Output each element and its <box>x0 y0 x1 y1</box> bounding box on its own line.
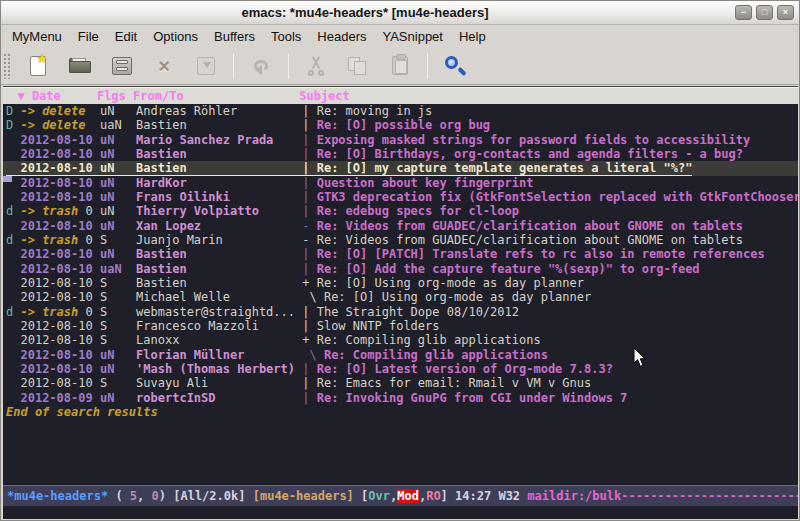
modeline-dir: maildir:/bulk <box>527 489 621 503</box>
modeline-buf: *mu4e-headers* <box>7 489 108 503</box>
undo-button <box>244 51 278 81</box>
message-row[interactable]: d -> trash 0 uN Thierry Volpiatto | Re: … <box>3 204 798 218</box>
message-row[interactable]: 2012-08-10 S Michael Welle \ Re: [O] Usi… <box>3 290 798 304</box>
emacs-window: emacs: *mu4e-headers* [mu4e-headers] −□×… <box>0 0 800 521</box>
from-field: Bastien <box>136 276 302 290</box>
message-row[interactable]: 2012-08-10 uN Xan Lopez - Re: Videos fro… <box>3 219 798 233</box>
menu-headers[interactable]: Headers <box>309 26 374 47</box>
menu-tools[interactable]: Tools <box>263 26 309 47</box>
flags-field: S <box>100 276 136 290</box>
message-row[interactable]: 2012-08-10 uN Mario Sanchez Prada | Expo… <box>3 133 798 147</box>
message-row[interactable]: 2012-08-10 uN Frans Oilinki | GTK3 depre… <box>3 190 798 204</box>
message-row[interactable]: 2012-08-10 S Suvayu Ali | Re: Emacs for … <box>3 376 798 390</box>
gap <box>93 276 100 290</box>
modeline-ovr: Ovr <box>368 489 390 503</box>
modeline-ro: RO <box>426 489 440 503</box>
message-row[interactable]: D -> delete uaN Bastien | Re: [O] possib… <box>3 118 798 132</box>
date-field: 2012-08-10 <box>20 290 92 304</box>
thread-separator: | <box>302 176 316 190</box>
menu-help[interactable]: Help <box>451 26 494 47</box>
from-field: robertcInSD <box>136 391 302 405</box>
message-row[interactable]: 2012-08-10 S Bastien + Re: [O] Using org… <box>3 276 798 290</box>
message-row[interactable]: 2012-08-10 uN Bastien | Re: [O] [PATCH] … <box>3 247 798 261</box>
date-field: 2012-08-10 <box>20 333 92 347</box>
search-button[interactable] <box>438 51 472 81</box>
from-field: Michael Welle <box>136 290 302 304</box>
subject-field: Re: [O] Add the capture feature "%(sexp)… <box>317 262 700 276</box>
date-field: 2012-08-10 <box>20 247 92 261</box>
menu-file[interactable]: File <box>70 26 107 47</box>
menu-mymenu[interactable]: MyMenu <box>4 26 70 47</box>
menu-yasnippet[interactable]: YASnippet <box>374 26 450 47</box>
minimize-button[interactable]: − <box>735 5 752 20</box>
gap <box>93 376 100 390</box>
search-icon <box>444 55 466 77</box>
thread-separator: | <box>302 376 316 390</box>
date-field: 2012-08-10 <box>20 376 92 390</box>
thread-separator: \ <box>302 290 324 304</box>
window-title: emacs: *mu4e-headers* [mu4e-headers] <box>1 1 729 25</box>
echo-area <box>3 506 798 519</box>
thread-separator: | <box>302 161 316 175</box>
thread-separator: | <box>302 391 316 405</box>
date-field: 2012-08-10 <box>20 190 92 204</box>
gap <box>93 133 100 147</box>
gap <box>93 319 100 333</box>
save-button[interactable] <box>105 51 139 81</box>
message-row[interactable]: 2012-08-10 S Francesco Mazzoli | Slow NN… <box>3 319 798 333</box>
subject-field: Re: Emacs for email: Rmail v VM v Gnus <box>317 376 592 390</box>
message-row[interactable]: d -> trash 0 S webmaster@straightd... | … <box>3 305 798 319</box>
message-row[interactable]: 2012-08-10 uN Florian Müllner \ Re: Comp… <box>3 348 798 362</box>
date-field: -> trash <box>20 233 78 247</box>
modeline-dash: -------------------------- <box>621 489 798 503</box>
thread-separator: + <box>302 333 316 347</box>
from-field: Francesco Mazzoli <box>136 319 302 333</box>
subject-field: Re: [O] my capture template generates a … <box>317 161 693 175</box>
modeline-text: [All/2.0k] <box>173 489 252 503</box>
menu-options[interactable]: Options <box>145 26 206 47</box>
subject-field: Re: Compiling glib applications <box>317 333 541 347</box>
subject-field: Re: Videos from GUADEC/clarification abo… <box>317 219 743 233</box>
gap <box>93 233 100 247</box>
mark-field <box>6 190 20 204</box>
close-button[interactable]: × <box>777 5 794 20</box>
from-field: Frans Oilinki <box>136 190 302 204</box>
from-field: Bastien <box>136 247 302 261</box>
message-row[interactable]: 2012-08-10 S Lanoxx + Re: Compiling glib… <box>3 333 798 347</box>
close-buffer-button[interactable]: × <box>147 51 181 81</box>
open-file-button[interactable] <box>63 51 97 81</box>
message-row[interactable]: d -> trash 0 S Juanjo Marin - Re: Videos… <box>3 233 798 247</box>
from-field: Mario Sanchez Prada <box>136 133 302 147</box>
menu-edit[interactable]: Edit <box>107 26 145 47</box>
titlebar[interactable]: emacs: *mu4e-headers* [mu4e-headers] −□× <box>1 1 799 25</box>
mark-field: d <box>6 204 20 218</box>
flags-field: uN <box>100 247 136 261</box>
copy-button <box>341 51 375 81</box>
maximize-button[interactable]: □ <box>756 5 773 20</box>
open-folder-icon <box>69 58 91 73</box>
gap <box>93 333 100 347</box>
message-row-current[interactable]: 2012-08-10 uN Bastien | Re: [O] my captu… <box>3 161 798 175</box>
from-field: Bastien <box>136 262 302 276</box>
headers-column-line: ▼ Date Flgs From/To Subject <box>3 87 798 104</box>
trash-count: 0 <box>78 233 92 247</box>
trash-count: 0 <box>78 305 92 319</box>
flags-field: uN <box>100 133 136 147</box>
thread-separator: | <box>302 247 316 261</box>
thread-separator: | <box>302 147 316 161</box>
message-row[interactable]: 2012-08-10 uaN Bastien | Re: [O] Add the… <box>3 262 798 276</box>
date-field: 2012-08-10 <box>20 276 92 290</box>
toolbar-separator <box>233 53 234 79</box>
message-row[interactable]: 2012-08-10 uN HardKor | Question about k… <box>3 176 798 190</box>
new-file-button[interactable]: ★ <box>21 51 55 81</box>
gap <box>85 104 99 118</box>
subject-field: The Straight Dope 08/10/2012 <box>317 305 519 319</box>
gap <box>85 118 99 132</box>
message-row[interactable]: 2012-08-10 uN Bastien | Re: [O] Birthday… <box>3 147 798 161</box>
message-row[interactable]: 2012-08-09 uN robertcInSD | Re: Invoking… <box>3 391 798 405</box>
toolbar-grip-handle[interactable] <box>3 53 11 79</box>
from-field: Bastien <box>136 118 302 132</box>
message-row[interactable]: 2012-08-10 uN 'Mash (Thomas Herbert) | R… <box>3 362 798 376</box>
menu-buffers[interactable]: Buffers <box>206 26 263 47</box>
message-row[interactable]: D -> delete uN Andreas Röhler | Re: movi… <box>3 104 798 118</box>
